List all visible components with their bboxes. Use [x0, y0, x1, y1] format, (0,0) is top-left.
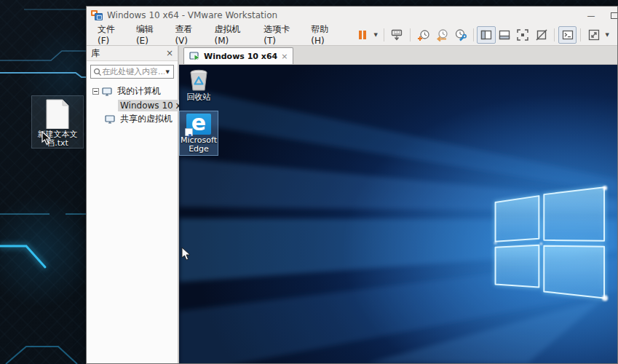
edge-tile: e	[186, 114, 211, 135]
unity-mode-icon	[535, 28, 548, 41]
menu-tabs[interactable]: 选项卡(T)	[258, 20, 306, 49]
fullscreen-button[interactable]	[514, 26, 532, 44]
edge-e-glyph: e	[191, 112, 206, 134]
library-panel-toggle-button[interactable]	[477, 26, 495, 44]
maximize-button[interactable]	[611, 7, 618, 24]
send-ctrl-alt-del-button[interactable]	[388, 26, 406, 44]
vm-tab-icon	[189, 52, 200, 61]
host-file-label: 新建文本文档.txt	[33, 130, 82, 148]
take-snapshot-button[interactable]	[414, 26, 432, 44]
titlebar[interactable]: Windows 10 x64 - VMware Workstation —	[87, 7, 617, 24]
suspend-button[interactable]	[353, 26, 371, 44]
minimize-button[interactable]: —	[582, 7, 601, 24]
console-view-button[interactable]	[558, 26, 577, 44]
vm-mouse-cursor	[181, 247, 191, 261]
suspend-dropdown-caret[interactable]: ▼	[371, 32, 380, 38]
send-ctrl-alt-del-icon	[390, 28, 403, 41]
revert-snapshot-icon	[435, 28, 448, 41]
window-title: Windows 10 x64 - VMware Workstation	[107, 10, 277, 20]
vmware-window: Windows 10 x64 - VMware Workstation — 文件…	[86, 6, 618, 364]
maximize-icon	[611, 12, 618, 19]
library-search-input[interactable]	[102, 67, 165, 76]
recycle-bin-label: 回收站	[187, 93, 211, 102]
thumbnail-bar-toggle-button[interactable]	[496, 26, 514, 44]
collapse-expander-icon[interactable]	[92, 88, 99, 95]
snapshot-manager-icon	[453, 28, 467, 41]
toolbar-separator	[410, 28, 411, 41]
microsoft-edge-icon[interactable]: e Microsoft Edge	[179, 111, 218, 156]
library-header: 库 ×	[87, 46, 178, 61]
library-panel-toggle-icon	[480, 29, 493, 41]
recycle-bin-glyph	[189, 69, 209, 92]
menu-vm[interactable]: 虚拟机(M)	[210, 20, 259, 49]
recycle-bin-icon[interactable]: 回收站	[179, 67, 218, 103]
menu-help[interactable]: 帮助(H)	[306, 20, 346, 49]
tree-item-label: 我的计算机	[115, 84, 163, 98]
stretch-dropdown-caret[interactable]: ▼	[603, 32, 611, 38]
free-stretch-button[interactable]	[585, 26, 603, 44]
fullscreen-icon	[516, 28, 529, 41]
shortcut-arrow-icon	[185, 128, 193, 136]
menu-file[interactable]: 文件(F)	[92, 20, 131, 49]
vmware-logo-icon	[91, 10, 103, 21]
tree-item-my-computer[interactable]: 我的计算机	[87, 84, 178, 98]
snapshot-manager-button[interactable]	[451, 26, 469, 44]
thumbnail-bar-toggle-icon	[498, 29, 511, 41]
vm-screen[interactable]: 回收站 e Microsoft Edge	[179, 65, 617, 363]
menubar: 文件(F) 编辑(E) 查看(V) 虚拟机(M) 选项卡(T) 帮助(H) ▼	[87, 24, 617, 46]
library-title: 库	[91, 47, 100, 60]
text-file-icon	[45, 99, 70, 129]
library-tree: 我的计算机 Windows 10 x64	[87, 82, 178, 126]
tab-close-button[interactable]: ×	[281, 52, 288, 61]
suspend-pause-icon	[357, 30, 368, 40]
library-search-box: ▼	[90, 65, 174, 79]
toolbar-separator	[384, 28, 384, 41]
toolbar-separator	[580, 28, 581, 41]
library-panel: 库 × ▼	[87, 46, 179, 363]
unity-mode-button[interactable]	[532, 26, 550, 44]
window-content: 库 × ▼	[87, 46, 617, 363]
tree-item-shared-vms[interactable]: 共享的虚拟机	[87, 112, 178, 126]
tab-windows10-x64[interactable]: Windows 10 x64 ×	[183, 47, 293, 64]
shared-vms-icon	[105, 115, 115, 124]
console-area: Windows 10 x64 ×	[179, 46, 617, 363]
toolbar-separator	[473, 28, 474, 41]
library-close-button[interactable]: ×	[166, 49, 173, 58]
free-stretch-icon	[587, 28, 601, 41]
toolbar-separator	[554, 28, 555, 41]
tree-item-windows10-vm[interactable]: Windows 10 x64	[87, 98, 178, 112]
tree-item-label: 共享的虚拟机	[118, 112, 175, 126]
search-icon	[93, 68, 102, 76]
host-desktop: 新建文本文档.txt Windows 10 x64 - VMware Works…	[0, 0, 618, 364]
menu-view[interactable]: 查看(V)	[170, 20, 209, 49]
console-view-icon	[561, 29, 574, 41]
host-file-icon[interactable]: 新建文本文档.txt	[31, 95, 84, 149]
menu-edit[interactable]: 编辑(E)	[131, 20, 170, 49]
host-mouse-cursor	[41, 131, 52, 146]
computer-icon	[102, 87, 112, 96]
take-snapshot-icon	[417, 28, 430, 41]
search-dropdown-caret[interactable]: ▼	[165, 69, 171, 75]
windows10-hero-wallpaper	[179, 65, 617, 363]
revert-snapshot-button[interactable]	[432, 26, 451, 44]
tab-label: Windows 10 x64	[204, 52, 277, 61]
tab-bar: Windows 10 x64 ×	[179, 46, 617, 65]
